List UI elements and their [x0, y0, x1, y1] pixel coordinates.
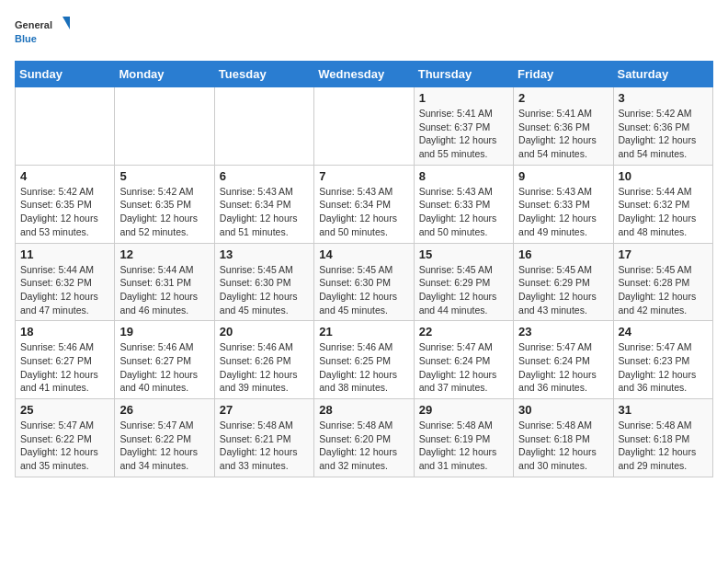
- day-number: 31: [619, 403, 708, 417]
- day-number: 12: [119, 247, 209, 261]
- day-info: Sunrise: 5:47 AMSunset: 6:24 PMDaylight:…: [518, 340, 608, 395]
- day-number: 24: [619, 325, 708, 339]
- calendar-body: 1Sunrise: 5:41 AMSunset: 6:37 PMDaylight…: [16, 87, 713, 477]
- day-info: Sunrise: 5:48 AMSunset: 6:18 PMDaylight:…: [518, 419, 608, 473]
- calendar-cell: [16, 87, 115, 166]
- day-info: Sunrise: 5:47 AMSunset: 6:22 PMDaylight:…: [20, 419, 109, 473]
- day-info: Sunrise: 5:48 AMSunset: 6:20 PMDaylight:…: [319, 419, 408, 473]
- calendar-cell: [314, 87, 414, 166]
- calendar-cell: 29Sunrise: 5:48 AMSunset: 6:19 PMDayligh…: [414, 399, 513, 477]
- day-number: 15: [419, 247, 508, 261]
- day-number: 3: [619, 91, 708, 105]
- calendar-cell: 6Sunrise: 5:43 AMSunset: 6:34 PMDaylight…: [214, 165, 313, 243]
- day-number: 28: [319, 403, 408, 417]
- calendar-cell: 26Sunrise: 5:47 AMSunset: 6:22 PMDayligh…: [115, 399, 214, 477]
- day-number: 21: [319, 325, 408, 339]
- svg-text:General: General: [15, 19, 52, 30]
- header: General Blue: [15, 15, 713, 52]
- day-info: Sunrise: 5:44 AMSunset: 6:32 PMDaylight:…: [619, 185, 708, 239]
- calendar-cell: 4Sunrise: 5:42 AMSunset: 6:35 PMDaylight…: [16, 165, 115, 243]
- day-info: Sunrise: 5:45 AMSunset: 6:28 PMDaylight:…: [619, 263, 708, 317]
- day-info: Sunrise: 5:46 AMSunset: 6:27 PMDaylight:…: [20, 340, 109, 395]
- day-info: Sunrise: 5:43 AMSunset: 6:34 PMDaylight:…: [220, 185, 309, 239]
- day-number: 19: [119, 325, 209, 339]
- day-info: Sunrise: 5:42 AMSunset: 6:36 PMDaylight:…: [619, 107, 708, 161]
- day-info: Sunrise: 5:43 AMSunset: 6:33 PMDaylight:…: [419, 185, 508, 239]
- day-number: 20: [220, 325, 309, 339]
- calendar-cell: 14Sunrise: 5:45 AMSunset: 6:30 PMDayligh…: [314, 243, 414, 321]
- calendar-cell: 2Sunrise: 5:41 AMSunset: 6:36 PMDaylight…: [514, 87, 613, 166]
- calendar-table: SundayMondayTuesdayWednesdayThursdayFrid…: [15, 61, 713, 477]
- calendar-cell: 8Sunrise: 5:43 AMSunset: 6:33 PMDaylight…: [414, 165, 513, 243]
- week-row-0: 1Sunrise: 5:41 AMSunset: 6:37 PMDaylight…: [16, 87, 713, 166]
- calendar-cell: 18Sunrise: 5:46 AMSunset: 6:27 PMDayligh…: [16, 321, 115, 399]
- day-number: 9: [518, 169, 608, 183]
- calendar-cell: 15Sunrise: 5:45 AMSunset: 6:29 PMDayligh…: [414, 243, 513, 321]
- calendar-cell: 13Sunrise: 5:45 AMSunset: 6:30 PMDayligh…: [214, 243, 313, 321]
- calendar-cell: 10Sunrise: 5:44 AMSunset: 6:32 PMDayligh…: [613, 165, 712, 243]
- day-info: Sunrise: 5:48 AMSunset: 6:18 PMDaylight:…: [619, 419, 708, 473]
- header-sunday: Sunday: [16, 62, 115, 87]
- calendar-cell: [214, 87, 313, 166]
- day-number: 4: [20, 169, 109, 183]
- day-info: Sunrise: 5:47 AMSunset: 6:23 PMDaylight:…: [619, 340, 708, 395]
- calendar-cell: 27Sunrise: 5:48 AMSunset: 6:21 PMDayligh…: [214, 399, 313, 477]
- day-number: 25: [20, 403, 109, 417]
- day-info: Sunrise: 5:48 AMSunset: 6:19 PMDaylight:…: [419, 419, 508, 473]
- day-number: 8: [419, 169, 508, 183]
- calendar-cell: 3Sunrise: 5:42 AMSunset: 6:36 PMDaylight…: [613, 87, 712, 166]
- header-monday: Monday: [115, 62, 214, 87]
- header-row: SundayMondayTuesdayWednesdayThursdayFrid…: [16, 62, 713, 87]
- calendar-cell: 16Sunrise: 5:45 AMSunset: 6:29 PMDayligh…: [514, 243, 613, 321]
- day-info: Sunrise: 5:44 AMSunset: 6:32 PMDaylight:…: [20, 263, 109, 317]
- calendar-cell: 5Sunrise: 5:42 AMSunset: 6:35 PMDaylight…: [115, 165, 214, 243]
- day-info: Sunrise: 5:46 AMSunset: 6:26 PMDaylight:…: [220, 340, 309, 395]
- day-info: Sunrise: 5:46 AMSunset: 6:25 PMDaylight:…: [319, 340, 408, 395]
- calendar-cell: 7Sunrise: 5:43 AMSunset: 6:34 PMDaylight…: [314, 165, 414, 243]
- calendar-cell: 21Sunrise: 5:46 AMSunset: 6:25 PMDayligh…: [314, 321, 414, 399]
- day-number: 1: [419, 91, 508, 105]
- day-number: 17: [619, 247, 708, 261]
- header-saturday: Saturday: [613, 62, 712, 87]
- day-number: 27: [220, 403, 309, 417]
- day-number: 18: [20, 325, 109, 339]
- calendar-cell: 1Sunrise: 5:41 AMSunset: 6:37 PMDaylight…: [414, 87, 513, 166]
- svg-marker-2: [63, 17, 70, 29]
- day-number: 6: [220, 169, 309, 183]
- day-info: Sunrise: 5:45 AMSunset: 6:30 PMDaylight:…: [319, 263, 408, 317]
- day-info: Sunrise: 5:45 AMSunset: 6:30 PMDaylight:…: [220, 263, 309, 317]
- day-number: 14: [319, 247, 408, 261]
- day-number: 23: [518, 325, 608, 339]
- week-row-3: 18Sunrise: 5:46 AMSunset: 6:27 PMDayligh…: [16, 321, 713, 399]
- day-info: Sunrise: 5:46 AMSunset: 6:27 PMDaylight:…: [119, 340, 209, 395]
- calendar-cell: 19Sunrise: 5:46 AMSunset: 6:27 PMDayligh…: [115, 321, 214, 399]
- week-row-1: 4Sunrise: 5:42 AMSunset: 6:35 PMDaylight…: [16, 165, 713, 243]
- day-info: Sunrise: 5:42 AMSunset: 6:35 PMDaylight:…: [20, 185, 109, 239]
- week-row-2: 11Sunrise: 5:44 AMSunset: 6:32 PMDayligh…: [16, 243, 713, 321]
- day-info: Sunrise: 5:41 AMSunset: 6:36 PMDaylight:…: [518, 107, 608, 161]
- calendar-cell: 11Sunrise: 5:44 AMSunset: 6:32 PMDayligh…: [16, 243, 115, 321]
- calendar-cell: 22Sunrise: 5:47 AMSunset: 6:24 PMDayligh…: [414, 321, 513, 399]
- logo-svg: General Blue: [15, 15, 70, 52]
- header-wednesday: Wednesday: [314, 62, 414, 87]
- day-info: Sunrise: 5:48 AMSunset: 6:21 PMDaylight:…: [220, 419, 309, 473]
- calendar-cell: 20Sunrise: 5:46 AMSunset: 6:26 PMDayligh…: [214, 321, 313, 399]
- day-info: Sunrise: 5:47 AMSunset: 6:24 PMDaylight:…: [419, 340, 508, 395]
- calendar-cell: 25Sunrise: 5:47 AMSunset: 6:22 PMDayligh…: [16, 399, 115, 477]
- day-number: 2: [518, 91, 608, 105]
- day-number: 30: [518, 403, 608, 417]
- svg-text:Blue: Blue: [15, 33, 37, 44]
- calendar-header: SundayMondayTuesdayWednesdayThursdayFrid…: [16, 62, 713, 87]
- logo: General Blue: [15, 15, 70, 52]
- day-info: Sunrise: 5:47 AMSunset: 6:22 PMDaylight:…: [119, 419, 209, 473]
- day-info: Sunrise: 5:43 AMSunset: 6:34 PMDaylight:…: [319, 185, 408, 239]
- day-number: 26: [119, 403, 209, 417]
- calendar-cell: [115, 87, 214, 166]
- week-row-4: 25Sunrise: 5:47 AMSunset: 6:22 PMDayligh…: [16, 399, 713, 477]
- day-info: Sunrise: 5:41 AMSunset: 6:37 PMDaylight:…: [419, 107, 508, 161]
- calendar-cell: 9Sunrise: 5:43 AMSunset: 6:33 PMDaylight…: [514, 165, 613, 243]
- day-number: 10: [619, 169, 708, 183]
- day-info: Sunrise: 5:45 AMSunset: 6:29 PMDaylight:…: [518, 263, 608, 317]
- day-number: 13: [220, 247, 309, 261]
- day-info: Sunrise: 5:44 AMSunset: 6:31 PMDaylight:…: [119, 263, 209, 317]
